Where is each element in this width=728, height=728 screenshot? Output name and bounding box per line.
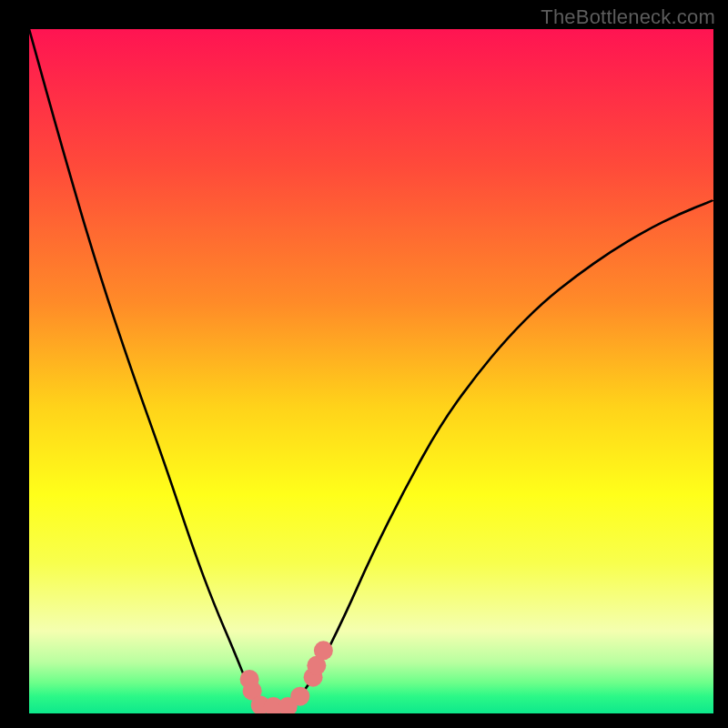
data-marker: [314, 641, 333, 660]
bottleneck-chart: [29, 29, 713, 713]
watermark-text: TheBottleneck.com: [541, 5, 715, 29]
chart-frame: TheBottleneck.com: [0, 0, 728, 728]
data-marker: [290, 687, 309, 706]
plot-area: [29, 29, 713, 713]
